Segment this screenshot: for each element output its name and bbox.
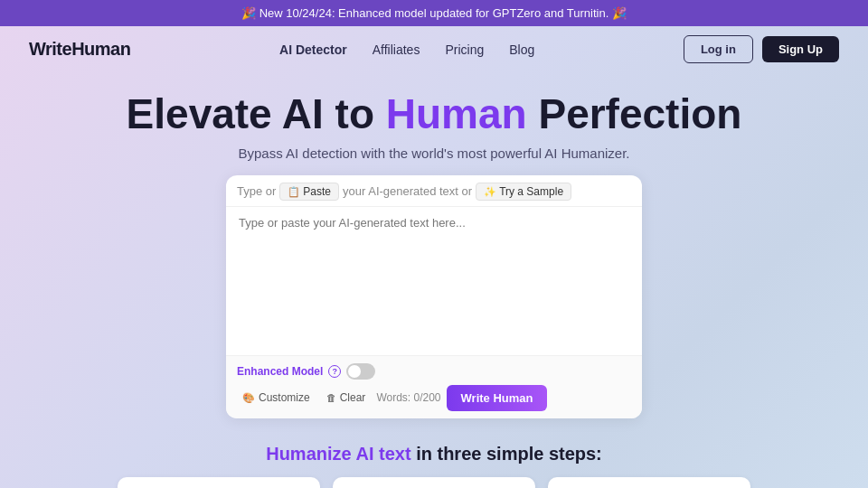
enhanced-model-toggle[interactable] bbox=[346, 363, 375, 380]
clear-button[interactable]: Clear bbox=[321, 389, 372, 407]
sample-button[interactable]: Try a Sample bbox=[476, 183, 571, 201]
steps-section: Humanize AI text in three simple steps: … bbox=[0, 427, 868, 488]
announcement-text: 🎉 New 10/24/24: Enhanced model updated f… bbox=[241, 6, 627, 20]
nav-link-affiliates[interactable]: Affiliates bbox=[373, 42, 420, 57]
editor-toolbar: Type or Paste your AI-generated text or … bbox=[226, 175, 642, 207]
editor-card: Type or Paste your AI-generated text or … bbox=[226, 175, 642, 418]
hero-title-part2: Perfection bbox=[527, 90, 742, 137]
announcement-bar: 🎉 New 10/24/24: Enhanced model updated f… bbox=[0, 0, 868, 26]
signup-button[interactable]: Sign Up bbox=[762, 36, 839, 62]
hero-title-highlight: Human bbox=[386, 90, 527, 137]
nav-link-blog[interactable]: Blog bbox=[509, 42, 534, 57]
editor-footer: Enhanced Model ? Customize Clear Words: … bbox=[226, 355, 642, 418]
nav-link-ai-detector[interactable]: AI Detector bbox=[279, 42, 347, 57]
hero-title-part1: Elevate AI to bbox=[127, 90, 386, 137]
words-counter: Words: 0/200 bbox=[376, 391, 440, 404]
logo[interactable]: WriteHuman bbox=[29, 39, 130, 60]
sample-icon bbox=[484, 185, 496, 198]
nav-link-pricing[interactable]: Pricing bbox=[445, 42, 484, 57]
nav-links: AI Detector Affiliates Pricing Blog bbox=[279, 42, 534, 57]
editor-actions: Customize Clear Words: 0/200 Write Human bbox=[237, 385, 547, 411]
step-card-2: 2 Paste into WriteHuman.ai Our tool refi… bbox=[333, 477, 535, 488]
paint-icon bbox=[242, 391, 255, 404]
toolbar-type-text: Type or bbox=[237, 184, 276, 198]
enhanced-model-label: Enhanced Model bbox=[237, 365, 323, 378]
steps-title: Humanize AI text in three simple steps: bbox=[29, 444, 839, 465]
toolbar-middle-text: your AI-generated text or bbox=[343, 184, 472, 198]
nav-actions: Log in Sign Up bbox=[684, 35, 839, 63]
hero-section: Elevate AI to Human Perfection Bypass AI… bbox=[0, 72, 868, 427]
login-button[interactable]: Log in bbox=[684, 35, 753, 63]
steps-title-rest: in three simple steps: bbox=[411, 444, 602, 464]
steps-title-highlight: Humanize AI text bbox=[266, 444, 410, 464]
clipboard-icon bbox=[288, 185, 300, 198]
write-human-button[interactable]: Write Human bbox=[447, 385, 548, 411]
trash-icon bbox=[326, 391, 336, 404]
hero-title: Elevate AI to Human Perfection bbox=[14, 90, 854, 138]
hero-subtitle: Bypass AI detection with the world's mos… bbox=[14, 145, 854, 161]
steps-grid: 1 Copy AI-generated text WriteHuman work… bbox=[118, 477, 750, 488]
enhanced-model-help-icon[interactable]: ? bbox=[328, 365, 341, 378]
step-card-3: 3 Click Write Human to humanize AI text … bbox=[548, 477, 750, 488]
navbar: WriteHuman AI Detector Affiliates Pricin… bbox=[0, 26, 868, 72]
enhanced-model-group: Enhanced Model ? bbox=[237, 363, 375, 380]
ai-text-input[interactable] bbox=[226, 207, 642, 352]
paste-button[interactable]: Paste bbox=[279, 183, 339, 201]
customize-button[interactable]: Customize bbox=[237, 389, 316, 407]
step-card-1: 1 Copy AI-generated text WriteHuman work… bbox=[118, 477, 320, 488]
